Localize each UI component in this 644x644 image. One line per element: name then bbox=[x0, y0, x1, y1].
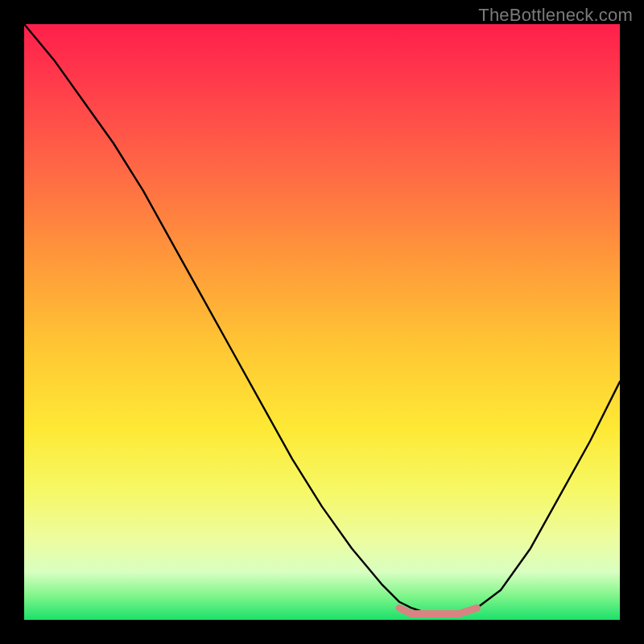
bottleneck-curve-path bbox=[24, 24, 620, 614]
chart-frame: TheBottleneck.com bbox=[0, 0, 644, 644]
chart-svg bbox=[24, 24, 620, 620]
attribution-label: TheBottleneck.com bbox=[478, 5, 633, 26]
plot-area bbox=[24, 24, 620, 620]
